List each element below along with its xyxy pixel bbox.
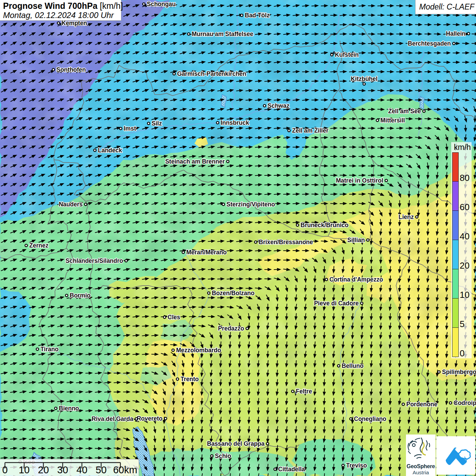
city-label: Bad Tölz	[245, 12, 270, 19]
city-marker[interactable]	[291, 390, 294, 392]
legend-seg-5	[452, 299, 459, 328]
city-marker[interactable]	[266, 442, 269, 445]
city-marker[interactable]	[288, 129, 290, 132]
city-label: Silz	[152, 120, 162, 127]
city-marker[interactable]	[453, 42, 455, 45]
city-marker[interactable]	[176, 378, 178, 380]
city-marker[interactable]	[84, 203, 87, 205]
city-label: Feltre	[296, 388, 312, 395]
city-label: Meran/Merano	[186, 249, 227, 256]
city-label: Schongau	[147, 1, 176, 7]
city-label: Rovereto	[137, 415, 163, 422]
city-label: Zell am See	[388, 108, 421, 115]
city-marker[interactable]	[36, 348, 38, 350]
city-marker[interactable]	[52, 68, 54, 71]
geosphere-org-name: GeoSphere	[406, 463, 436, 470]
city-label: Predazzo	[218, 325, 244, 332]
title-parameter: Prognose Wind 700hPa	[3, 1, 98, 11]
city-marker[interactable]	[337, 364, 340, 367]
city-marker[interactable]	[438, 371, 440, 373]
city-marker[interactable]	[142, 3, 145, 5]
city-label: Bruneck/Brunico	[301, 222, 348, 228]
city-label: Conegliano	[354, 415, 386, 422]
legend-unit-label: km/h	[454, 143, 471, 152]
city-label: Sonthofen	[56, 66, 86, 73]
city-label: Trento	[181, 376, 199, 382]
city-marker[interactable]	[296, 224, 299, 226]
city-marker[interactable]	[254, 241, 257, 243]
city-marker[interactable]	[163, 316, 166, 318]
city-marker[interactable]	[216, 121, 219, 124]
city-marker[interactable]	[363, 83, 365, 85]
city-marker[interactable]	[467, 32, 470, 35]
legend-seg-10	[452, 269, 459, 299]
city-marker[interactable]	[423, 110, 425, 112]
city-label: Belluno	[342, 362, 363, 369]
weather-map-stage: SchongauBad TölzKemptenMurnau am Staffel…	[0, 0, 476, 476]
city-marker[interactable]	[25, 244, 27, 247]
title-unit: [km/h]	[100, 1, 123, 11]
legend-tick-10: 10	[460, 290, 470, 299]
city-marker[interactable]	[360, 302, 363, 304]
city-label: Pordenone	[406, 401, 438, 408]
city-label: Mittersill	[380, 117, 405, 124]
city-marker[interactable]	[402, 403, 404, 405]
city-label: Schio	[215, 453, 231, 459]
mountain-cloud-logo-box	[436, 436, 475, 475]
mountain-cloud-icon	[436, 436, 475, 475]
city-marker[interactable]	[367, 239, 369, 241]
city-marker[interactable]	[172, 349, 174, 351]
city-marker[interactable]	[246, 327, 248, 329]
city-label: Kitzbühel	[351, 75, 378, 82]
city-marker[interactable]	[342, 464, 344, 466]
city-marker[interactable]	[325, 278, 327, 280]
city-marker[interactable]	[187, 33, 190, 35]
model-box: Modell: C-LAEF	[415, 0, 476, 14]
city-marker[interactable]	[415, 216, 418, 218]
city-marker[interactable]	[164, 417, 167, 420]
city-marker[interactable]	[182, 251, 184, 253]
city-marker[interactable]	[125, 259, 127, 262]
scale-label-10: 10	[19, 464, 30, 476]
city-marker[interactable]	[119, 127, 122, 130]
city-label: Schwaz	[268, 102, 289, 109]
city-marker[interactable]	[330, 53, 333, 56]
city-marker[interactable]	[274, 468, 276, 470]
city-label: Cittadella	[278, 466, 305, 473]
city-marker[interactable]	[147, 122, 150, 124]
city-label: Lienz	[398, 214, 414, 220]
city-marker[interactable]	[65, 294, 68, 296]
model-label: Modell: C-LAEF	[419, 2, 474, 11]
city-label: Pieve di Cadore	[314, 300, 359, 307]
city-marker[interactable]	[54, 407, 57, 409]
city-label: Matrei in Osttirol	[336, 177, 383, 184]
wind-map-canvas[interactable]: SchongauBad TölzKemptenMurnau am Staffel…	[0, 0, 476, 476]
city-marker[interactable]	[376, 119, 378, 121]
city-marker[interactable]	[173, 72, 175, 75]
city-marker[interactable]	[240, 14, 243, 16]
city-label: Codroipo	[454, 400, 476, 406]
city-marker[interactable]	[210, 455, 213, 457]
legend-tick-60: 60	[460, 203, 470, 211]
city-label: Bassano del Grappa	[207, 440, 265, 447]
city-marker[interactable]	[226, 160, 229, 163]
city-marker[interactable]	[350, 418, 352, 420]
scale-label-40: 40	[76, 464, 87, 476]
city-marker[interactable]	[449, 402, 452, 404]
city-marker[interactable]	[222, 203, 224, 205]
city-label: Kempten	[62, 20, 87, 27]
city-marker[interactable]	[57, 22, 60, 24]
legend-tick-20: 20	[460, 261, 470, 270]
city-marker[interactable]	[385, 179, 387, 182]
city-marker[interactable]	[263, 104, 266, 107]
city-label: Riva del Garda	[91, 415, 133, 422]
city-marker[interactable]	[135, 418, 137, 420]
city-label: Cles	[168, 314, 180, 321]
city-label: Sillian	[347, 237, 365, 243]
city-label: Nauders	[59, 201, 83, 208]
city-marker[interactable]	[94, 149, 96, 151]
city-marker[interactable]	[207, 292, 210, 294]
title-datetime: Montag, 02.12.2024 18:00 Uhr	[3, 11, 118, 20]
legend-seg-0	[452, 328, 459, 357]
scale-label-60km: 60km	[113, 464, 137, 476]
